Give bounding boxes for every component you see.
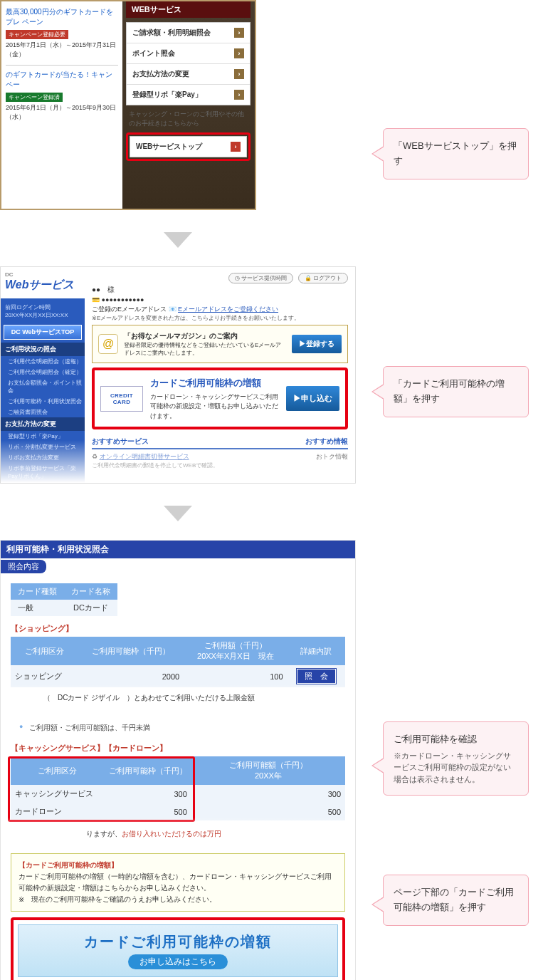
cashing-row-label: キャッシングサービス [11, 785, 105, 803]
mobile-web-service-screenshot: 最高30,000円分のギフトカードをプレ ペーン キャンペーン登録必要 2015… [0, 0, 256, 210]
callout-4: ページ下部の「カードご利用可能枠の増額」を押す [383, 875, 529, 926]
arrow-down-icon [164, 506, 192, 521]
limit-increase-apply-banner[interactable]: カードご利用可能枠の増額 お申し込みはこちら [18, 924, 338, 977]
apply-button[interactable]: ▶申し込む [286, 386, 339, 411]
dc-web-service-screenshot: DCWebサービス 前回ログイン時間20XX年XX月XX日XX:XX DC We… [0, 266, 356, 484]
limit-increase-button-highlight: カードご利用可能枠の増額 お申し込みはこちら [11, 917, 345, 980]
menu-item-rakupay[interactable]: 登録型リボ「楽Pay」› [127, 85, 250, 105]
campaign-1-dates: 2015年7月1日（水）～2015年7月31日（金） [6, 41, 118, 59]
email-note: ※Eメールアドレスを変更された方は、こちらよりお手続きをお願いいたします。 [92, 314, 348, 322]
callout-2: 「カードご利用可能枠の増額」を押す [383, 366, 529, 417]
chevron-right-icon: › [234, 90, 244, 100]
card-number-masked: 💳 ●●●●●●●●●●● [92, 296, 348, 303]
recommend-heading: おすすめサービス [92, 437, 149, 447]
menu-item-billing[interactable]: ご請求額・利用明細照会› [127, 23, 250, 43]
sidebar-link[interactable]: ご融資書面照会 [1, 407, 85, 417]
callout-3: ご利用可能枠を確認 ※カードローン・キャッシングサービスご利用可能枠の設定がない… [383, 721, 529, 796]
callout-3-title: ご利用可能枠を確認 [394, 734, 477, 744]
callout-3-note: ※カードローン・キャッシングサービスご利用可能枠の設定がない場合は表示されません… [394, 750, 518, 786]
menu-item-payment-method[interactable]: お支払方法の変更› [127, 64, 250, 85]
web-service-heading: WEBサービス [126, 1, 251, 18]
menu-item-web-service-top[interactable]: WEBサービストップ› [130, 137, 246, 157]
shopping-table: ご利用区分 ご利用可能枠（千円） ご利用額（千円） 20XX年X月X日 現在 詳… [11, 637, 345, 687]
recommend-link[interactable]: オンライン明細書切替サービス [100, 453, 189, 460]
credit-limit-increase-title: カードご利用可能枠の増額 [150, 376, 279, 390]
chevron-right-icon: › [231, 142, 241, 152]
callout-1-text: 「WEBサービストップ」を押す [394, 140, 517, 166]
cashing-section-label: 【キャッシングサービス】【カードローン】 [11, 743, 345, 754]
sidebar-link[interactable]: ご利用可能枠・利用状況照会 [1, 396, 85, 407]
sidebar-link[interactable]: ご利用代金明細照会（速報） [1, 356, 85, 367]
recommend-body: ご利用代金明細書の郵送を停止してWEBで確認。 [92, 462, 218, 469]
web-service-top-highlight: WEBサービストップ› [126, 132, 251, 161]
sidebar-link[interactable]: ご利用代金明細照会（確定） [1, 367, 85, 377]
credit-limit-increase-box: CREDIT CARD カードご利用可能枠の増額 カードローン・キャッシングサー… [92, 368, 348, 429]
dc-sidebar: DCWebサービス 前回ログイン時間20XX年XX月XX日XX:XX DC We… [1, 267, 85, 483]
card-name-value: DCカード [64, 600, 117, 616]
logout-button[interactable]: 🔒 ログアウト [298, 273, 348, 283]
mail-magazine-title: 「お得なメールマガジン」のご案内 [124, 332, 238, 340]
menu-note: キャッシング・ローンのご利用やその他のお手続きはこちらから [126, 105, 251, 131]
campaign-2-dates: 2015年6月1日（月）～2015年9月30日（水） [6, 103, 118, 122]
card-info-table: カード種類カード名称 一般DCカード [11, 583, 117, 616]
limit-increase-banner-title: カードご利用可能枠の増額 [23, 932, 333, 952]
chevron-right-icon: › [234, 28, 244, 38]
register-email-link[interactable]: Eメールアドレスをご登録ください [178, 306, 278, 313]
sidebar-link[interactable]: リボ事前登録サービス「楽Payリボくん」 [1, 463, 85, 481]
last-login-label: 前回ログイン時間20XX年XX月XX日XX:XX [1, 301, 85, 322]
page-subtitle: 照会内容 [1, 560, 46, 573]
sidebar-link[interactable]: お支払金額照会・ポイント照会 [1, 377, 85, 396]
recommend-heading-right: おすすめ情報 [305, 437, 348, 447]
sidebar-cat-apply: 各種お申込み [1, 481, 85, 484]
sidebar-link[interactable]: リボ・分割払変更サービス [1, 442, 85, 452]
recommend-right: おトク情報 [316, 452, 348, 469]
limit-increase-banner-sub: お申し込みはこちら [128, 954, 228, 969]
credit-limit-increase-body: カードローン・キャッシングサービスご利用可能枠の新規設定・増額もお申し込みいただ… [150, 393, 278, 419]
card-kind-value: 一般 [11, 600, 64, 616]
limit-increase-heading: 【カードご利用可能枠の増額】 [19, 861, 118, 869]
callout-2-text: 「カードご利用可能枠の増額」を押す [394, 378, 505, 404]
cashing-table: ご利用区分 ご利用可能枠（千円） ご利用可能額（千円） 20XX年 キャッシング… [11, 756, 345, 820]
campaign-1-badge: キャンペーン登録必要 [6, 30, 68, 39]
mail-magazine-body: 登録者限定の優待情報などをご登録いただいているEメールアドレスにご案内いたします… [124, 342, 281, 356]
inquiry-button[interactable]: 照 会 [297, 669, 336, 684]
usage-limit-inquiry-screenshot: 利用可能枠・利用状況照会 照会内容 カード種類カード名称 一般DCカード 【ショ… [0, 540, 356, 980]
page-title: 利用可能枠・利用状況照会 [1, 541, 355, 558]
dc-web-service-top-button[interactable]: DC WebサービスTOP [4, 325, 82, 340]
cashing-note: りますが、りますが、お借り入れいただけるのは万円お借り入れいただけるのは万円 [86, 829, 221, 839]
credit-card-icon: CREDIT CARD [100, 386, 143, 412]
sidebar-cat-usage: ご利用状況の照会 [1, 343, 85, 356]
user-name: ●● 様 [92, 285, 348, 295]
limit-increase-info-box: 【カードご利用可能枠の増額】 カードご利用可能枠の増額（一時的な増額を含む）、カ… [11, 853, 345, 912]
shopping-section-label: 【ショッピング】 [11, 623, 345, 634]
shopping-note-1: （ DCカード ジザイル ）とあわせてご利用いただける上限金額 [43, 693, 255, 703]
sidebar-cat-payment: お支払方法の変更 [1, 417, 85, 431]
dc-main-area: ◷ サービス提供時間 🔒 ログアウト ●● 様 💳 ●●●●●●●●●●● ご登… [85, 267, 355, 478]
campaign-2-title: のギフトカードが当たる！キャンペー [6, 70, 118, 90]
callout-4-text: ページ下部の「カードご利用可能枠の増額」を押す [394, 887, 514, 912]
dc-logo: DCWebサービス [1, 267, 85, 301]
campaign-1-title: 最高30,000円分のギフトカードをプレ ペーン [6, 7, 118, 27]
chevron-right-icon: › [234, 48, 244, 58]
arrow-down-icon [164, 232, 192, 248]
chevron-right-icon: › [234, 69, 244, 79]
mail-magazine-box: @ 「お得なメールマガジン」のご案内登録者限定の優待情報などをご登録いただいてい… [92, 325, 348, 363]
sidebar-link[interactable]: 登録型リボ「楽Pay」 [1, 431, 85, 442]
at-sign-icon: @ [98, 334, 118, 354]
cashing-row-used: 300 [191, 785, 345, 803]
mail-register-button[interactable]: ▶登録する [292, 335, 342, 353]
email-row: ご登録のEメールアドレス 📧 Eメールアドレスをご登録ください [92, 305, 348, 314]
campaign-2-badge: キャンペーン登録済 [6, 93, 63, 102]
cashing-row-limit: 300 [105, 785, 191, 803]
sidebar-link[interactable]: リボお支払方法変更 [1, 452, 85, 463]
campaign-panel: 最高30,000円分のギフトカードをプレ ペーン キャンペーン登録必要 2015… [1, 1, 122, 209]
limit-increase-body: カードご利用可能枠の増額（一時的な増額を含む）、カードローン・キャッシングサービ… [19, 872, 332, 903]
shopping-note-2: ご利用額・ご利用可能額は、千円未満 [11, 720, 345, 736]
menu-item-points[interactable]: ポイント照会› [127, 43, 250, 64]
web-service-menu: ご請求額・利用明細照会› ポイント照会› お支払方法の変更› 登録型リボ「楽Pa… [126, 22, 251, 105]
service-hours-button[interactable]: ◷ サービス提供時間 [228, 273, 293, 283]
callout-1: 「WEBサービストップ」を押す [383, 128, 529, 179]
